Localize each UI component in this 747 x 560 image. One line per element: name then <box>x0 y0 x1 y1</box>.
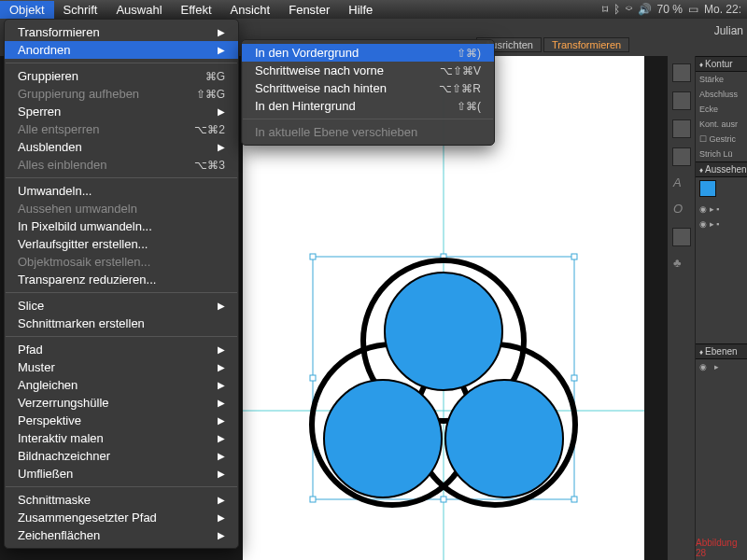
svg-rect-9 <box>441 497 446 502</box>
panel-row: Strich Lü <box>696 147 747 161</box>
menu-item: Aussehen umwandeln <box>5 200 238 217</box>
panel-icon[interactable] <box>672 228 691 246</box>
panel-icon[interactable]: ♣ <box>673 256 690 273</box>
menu-item[interactable]: Umfließen▶ <box>5 465 238 483</box>
panel-row: Kont. ausr <box>696 117 747 132</box>
menu-item[interactable]: Verlaufsgitter erstellen... <box>5 235 238 253</box>
svg-rect-6 <box>310 375 316 381</box>
svg-rect-7 <box>571 375 577 381</box>
control-tabs: AusrichtenTransformieren <box>476 37 629 52</box>
menubar-status: ⌑ ᛒ ⌔ 🔊 70 % ▭ Mo. 22: <box>597 1 747 18</box>
panel-header-kontur[interactable]: ♦Kontur <box>696 56 747 72</box>
menu-item[interactable]: Ausblenden▶ <box>5 138 238 156</box>
panel-icon[interactable]: A <box>673 175 690 192</box>
menu-item[interactable]: Transformieren▶ <box>5 23 238 41</box>
menu-item[interactable]: Bildnachzeichner▶ <box>5 447 238 465</box>
panel-row[interactable]: ◉ ▸ ▪ <box>696 202 747 217</box>
submenu-arrow-icon: ▶ <box>218 106 225 117</box>
panel-icon[interactable] <box>672 147 691 166</box>
layer-row[interactable]: ◉ ▸ <box>696 359 747 374</box>
panel-icon[interactable] <box>672 91 691 110</box>
menu-item: Alle entsperren⌥⌘2 <box>5 120 238 138</box>
menu-item[interactable]: Perspektive▶ <box>5 412 238 429</box>
menu-item[interactable]: Umwandeln... <box>5 182 238 200</box>
svg-rect-5 <box>571 254 577 259</box>
panel-icon[interactable] <box>672 63 691 82</box>
submenu-arrow-icon: ▶ <box>218 27 225 37</box>
menu-item: Objektmosaik erstellen... <box>5 253 238 271</box>
menu-item[interactable]: Slice▶ <box>5 297 238 315</box>
submenu-arrow-icon: ▶ <box>218 380 225 390</box>
menu-item[interactable]: Muster▶ <box>5 358 238 376</box>
menu-item[interactable]: Angleichen▶ <box>5 376 238 394</box>
menu-item[interactable]: In den Hintergrund⇧⌘( <box>242 97 494 115</box>
submenu-arrow-icon: ▶ <box>218 469 225 479</box>
menu-effekt[interactable]: Effekt <box>172 1 221 19</box>
objekt-menu: Transformieren▶Anordnen▶Gruppieren⌘GGrup… <box>4 19 239 549</box>
menu-item[interactable]: Schnittmaske▶ <box>5 491 238 509</box>
svg-rect-10 <box>571 497 577 502</box>
submenu-arrow-icon: ▶ <box>218 530 225 540</box>
menu-ansicht[interactable]: Ansicht <box>221 1 280 19</box>
submenu-arrow-icon: ▶ <box>218 495 225 505</box>
battery-percent: 70 % <box>657 3 683 16</box>
menu-item[interactable]: Anordnen▶ <box>5 41 238 59</box>
menu-auswahl[interactable]: Auswahl <box>106 1 171 19</box>
menu-schrift[interactable]: Schrift <box>54 1 107 19</box>
submenu-arrow-icon: ▶ <box>218 362 225 372</box>
menu-item[interactable]: Schnittmarken erstellen <box>5 315 238 332</box>
menu-item[interactable]: Transparenz reduzieren... <box>5 271 238 288</box>
submenu-arrow-icon: ▶ <box>218 433 225 443</box>
appearance-swatch-row[interactable] <box>696 177 747 202</box>
menu-item[interactable]: Verzerrungshülle▶ <box>5 394 238 412</box>
menu-item: In aktuelle Ebene verschieben <box>242 123 494 141</box>
submenu-arrow-icon: ▶ <box>218 142 225 152</box>
clock-text: Mo. 22: <box>704 3 741 16</box>
panel-row: Abschluss <box>696 87 747 102</box>
fill-swatch[interactable] <box>699 180 716 197</box>
submenu-arrow-icon: ▶ <box>218 344 225 355</box>
submenu-arrow-icon: ▶ <box>218 301 225 311</box>
submenu-arrow-icon: ▶ <box>218 451 225 461</box>
menu-item[interactable]: Schrittweise nach vorne⌥⇧⌘V <box>242 62 494 79</box>
panel-icon-strip: A O ♣ <box>668 56 696 560</box>
submenu-arrow-icon: ▶ <box>218 45 225 55</box>
submenu-arrow-icon: ▶ <box>218 415 225 426</box>
panel-icon[interactable] <box>672 119 691 138</box>
panel-row: Ecke <box>696 102 747 117</box>
panel-row[interactable]: ◉ ▸ ▪ <box>696 217 747 231</box>
tab-transformieren[interactable]: Transformieren <box>543 37 629 52</box>
panel-icon[interactable]: O <box>673 202 690 218</box>
svg-rect-8 <box>310 497 316 502</box>
menu-hilfe[interactable]: Hilfe <box>339 1 382 19</box>
menu-item[interactable]: Gruppieren⌘G <box>5 67 238 85</box>
battery-icon: ▭ <box>688 3 698 16</box>
menu-item[interactable]: In den Vordergrund⇧⌘) <box>242 44 494 62</box>
bluetooth-icon: ᛒ <box>613 3 620 16</box>
svg-point-14 <box>385 273 502 390</box>
user-name: Julian <box>714 24 743 37</box>
panel-header-ebenen[interactable]: ♦Ebenen <box>696 343 747 359</box>
menu-item[interactable]: Interaktiv malen▶ <box>5 429 238 447</box>
panel-row[interactable]: ☐ Gestric <box>696 132 747 147</box>
submenu-arrow-icon: ▶ <box>218 398 225 408</box>
panel-row: Stärke <box>696 72 747 87</box>
menu-item[interactable]: Sperren▶ <box>5 103 238 120</box>
volume-icon: 🔊 <box>638 3 652 16</box>
wifi-icon: ⌔ <box>626 3 632 16</box>
anordnen-submenu: In den Vordergrund⇧⌘)Schrittweise nach v… <box>241 39 495 146</box>
menu-item[interactable]: Zeichenflächen▶ <box>5 526 238 544</box>
menu-item[interactable]: In Pixelbild umwandeln... <box>5 217 238 235</box>
menu-fenster[interactable]: Fenster <box>279 1 339 19</box>
menu-item[interactable]: Schrittweise nach hinten⌥⇧⌘R <box>242 79 494 97</box>
figure-caption: Abbildung 28 <box>696 538 743 558</box>
menu-item: Alles einblenden⌥⌘3 <box>5 156 238 174</box>
menu-objekt[interactable]: Objekt <box>0 1 54 19</box>
mac-menubar: ObjektSchriftAuswahlEffektAnsichtFenster… <box>0 0 747 19</box>
dropbox-icon: ⌑ <box>602 3 608 16</box>
svg-point-16 <box>445 380 563 497</box>
panel-header-aussehen[interactable]: ♦Aussehen <box>696 161 747 177</box>
menu-item[interactable]: Zusammengesetzter Pfad▶ <box>5 509 238 526</box>
menu-item[interactable]: Pfad▶ <box>5 341 238 358</box>
svg-rect-3 <box>310 254 316 259</box>
